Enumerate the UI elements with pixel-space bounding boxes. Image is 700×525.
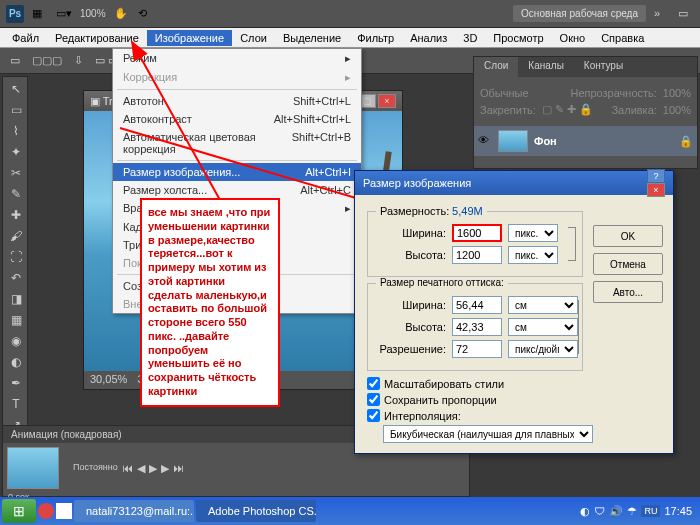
crop-tool[interactable]: ✂: [5, 163, 27, 183]
clock[interactable]: 17:45: [664, 505, 692, 517]
tray-icon[interactable]: 🛡: [594, 505, 605, 517]
blend-mode[interactable]: Обычные: [480, 87, 564, 99]
auto-button[interactable]: Авто...: [593, 281, 663, 303]
width-unit[interactable]: пикс.: [508, 224, 558, 242]
doc-close-icon[interactable]: ×: [378, 94, 396, 108]
chevron-down-icon[interactable]: ⇩: [74, 54, 83, 67]
dialog-help-icon[interactable]: ?: [647, 169, 665, 183]
image-size-dialog: Размер изображения ?× OK Отмена Авто... …: [354, 170, 674, 454]
anim-last-icon[interactable]: ⏭: [173, 462, 184, 475]
tab-channels[interactable]: Каналы: [518, 57, 574, 77]
pwidth-input[interactable]: [452, 296, 502, 314]
taskbar-item-mail[interactable]: natali73123@mail.ru:...: [74, 500, 194, 522]
width-input[interactable]: [452, 224, 502, 242]
pheight-unit[interactable]: см: [508, 318, 578, 336]
scale-styles-check[interactable]: Масштабировать стили: [367, 377, 583, 390]
tab-layers[interactable]: Слои: [474, 57, 518, 77]
start-button[interactable]: ⊞: [2, 499, 36, 523]
brush-tool[interactable]: 🖌: [5, 226, 27, 246]
dodge-tool[interactable]: ◐: [5, 352, 27, 372]
type-tool[interactable]: T: [5, 394, 27, 414]
doc-zoom[interactable]: 30,05%: [90, 373, 127, 387]
expand-icon[interactable]: »: [654, 7, 670, 21]
res-input[interactable]: [452, 340, 502, 358]
menu-layers[interactable]: Слои: [232, 30, 275, 46]
lock-icons[interactable]: ▢ ✎ ✚ 🔒: [542, 103, 593, 116]
wand-tool[interactable]: ✦: [5, 142, 27, 162]
dd-canvas-size[interactable]: Размер холста...Alt+Ctrl+C: [113, 181, 361, 199]
anim-next-icon[interactable]: ▶: [161, 462, 169, 475]
menu-edit[interactable]: Редактирование: [47, 30, 147, 46]
gradient-tool[interactable]: ▦: [5, 310, 27, 330]
dd-autocontrast[interactable]: АвтоконтрастAlt+Shift+Ctrl+L: [113, 110, 361, 128]
pheight-input[interactable]: [452, 318, 502, 336]
zoom-value[interactable]: 100%: [80, 8, 106, 19]
history-tool[interactable]: ↶: [5, 268, 27, 288]
pwidth-unit[interactable]: см: [508, 296, 578, 314]
eraser-tool[interactable]: ◨: [5, 289, 27, 309]
res-unit[interactable]: пикс/дюйм: [508, 340, 578, 358]
opacity-label: Непрозрачность:: [570, 87, 656, 99]
tab-paths[interactable]: Контуры: [574, 57, 633, 77]
height-unit[interactable]: пикс.: [508, 246, 558, 264]
anim-frame[interactable]: 0 сек.: [7, 447, 59, 489]
dd-adjustments[interactable]: Коррекция▸: [113, 68, 361, 87]
blur-tool[interactable]: ◉: [5, 331, 27, 351]
hand-icon[interactable]: ✋: [114, 7, 130, 21]
menu-filter[interactable]: Фильтр: [349, 30, 402, 46]
menu-image[interactable]: Изображение: [147, 30, 232, 46]
opera-icon[interactable]: [38, 503, 54, 519]
interp-select[interactable]: Бикубическая (наилучшая для плавных град…: [383, 425, 593, 443]
interp-check[interactable]: Интерполяция:: [367, 409, 583, 422]
anim-prev-icon[interactable]: ◀: [137, 462, 145, 475]
layer-row[interactable]: 👁 Фон 🔒: [474, 126, 697, 156]
lock-label: Закрепить:: [480, 104, 536, 116]
menu-file[interactable]: Файл: [4, 30, 47, 46]
taskbar: ⊞ natali73123@mail.ru:... Adobe Photosho…: [0, 497, 700, 525]
menu-analysis[interactable]: Анализ: [402, 30, 455, 46]
tray-lang-icon[interactable]: RU: [641, 505, 660, 517]
cancel-button[interactable]: Отмена: [593, 253, 663, 275]
min-icon[interactable]: ▭: [678, 7, 694, 21]
eyedropper-tool[interactable]: ✎: [5, 184, 27, 204]
stamp-tool[interactable]: ⛶: [5, 247, 27, 267]
dd-autotone[interactable]: АвтотонShift+Ctrl+L: [113, 92, 361, 110]
tray-volume-icon[interactable]: 🔊: [609, 505, 623, 518]
move-tool[interactable]: ↖: [5, 79, 27, 99]
height-input[interactable]: [452, 246, 502, 264]
menu-help[interactable]: Справка: [593, 30, 652, 46]
anim-first-icon[interactable]: ⏮: [122, 462, 133, 475]
anim-loop[interactable]: Постоянно: [73, 462, 118, 475]
keep-ratio-check[interactable]: Сохранить пропорции: [367, 393, 583, 406]
taskbar-item-photoshop[interactable]: Adobe Photoshop CS...: [196, 500, 316, 522]
fill-value[interactable]: 100%: [663, 104, 691, 116]
ok-button[interactable]: OK: [593, 225, 663, 247]
heal-tool[interactable]: ✚: [5, 205, 27, 225]
menu-view[interactable]: Просмотр: [485, 30, 551, 46]
layout-icon[interactable]: ▭▾: [56, 7, 72, 21]
bridge-icon[interactable]: ▦: [32, 7, 48, 21]
workspace-selector[interactable]: Основная рабочая среда: [513, 5, 646, 22]
pen-tool[interactable]: ✒: [5, 373, 27, 393]
lasso-tool[interactable]: ⌇: [5, 121, 27, 141]
anim-play-icon[interactable]: ▶: [149, 462, 157, 475]
tray-icon[interactable]: ◐: [580, 505, 590, 518]
layer-thumb[interactable]: [498, 130, 528, 152]
dd-autocolor[interactable]: Автоматическая цветовая коррекцияShift+C…: [113, 128, 361, 158]
dialog-title-text: Размер изображения: [363, 177, 471, 189]
dd-mode[interactable]: Режим▸: [113, 49, 361, 68]
dialog-titlebar[interactable]: Размер изображения ?×: [355, 171, 673, 195]
app-icon[interactable]: [56, 503, 72, 519]
opt-layers-icon[interactable]: ▢▢▢: [32, 54, 62, 67]
menu-select[interactable]: Выделение: [275, 30, 349, 46]
menu-3d[interactable]: 3D: [455, 30, 485, 46]
marquee-tool[interactable]: ▭: [5, 100, 27, 120]
menu-window[interactable]: Окно: [552, 30, 594, 46]
tray-icon[interactable]: ☂: [627, 505, 637, 518]
opt-shape-icon[interactable]: ▭: [10, 54, 20, 67]
visibility-icon[interactable]: 👁: [478, 134, 492, 148]
layer-name[interactable]: Фон: [534, 135, 557, 147]
dd-image-size[interactable]: Размер изображения...Alt+Ctrl+I: [113, 163, 361, 181]
rotate-icon[interactable]: ⟲: [138, 7, 154, 21]
opacity-value[interactable]: 100%: [663, 87, 691, 99]
